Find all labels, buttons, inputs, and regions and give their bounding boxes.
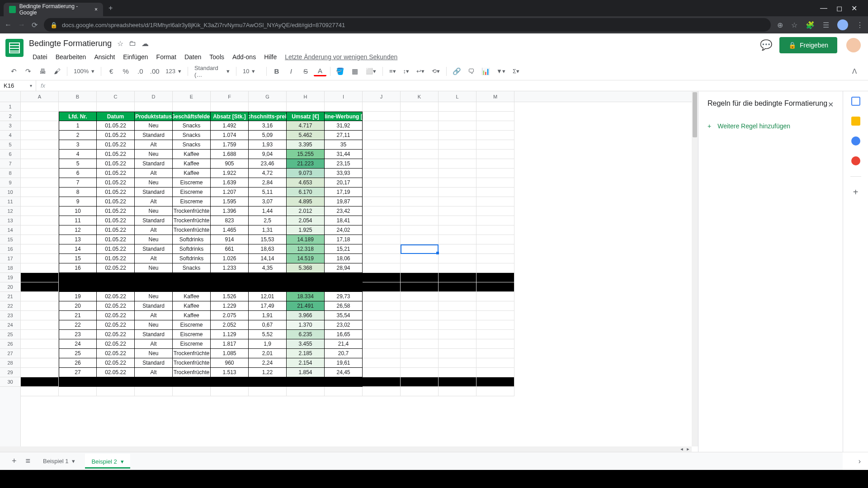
cell[interactable]	[21, 235, 59, 244]
cell[interactable]: 01.05.22	[97, 197, 135, 206]
reload-icon[interactable]: ⟳	[32, 21, 38, 29]
cell[interactable]	[439, 169, 476, 178]
cell[interactable]	[401, 244, 439, 254]
cell[interactable]	[287, 377, 325, 387]
cell[interactable]: 14.519	[287, 254, 325, 263]
account-avatar-icon[interactable]	[846, 38, 861, 52]
cell[interactable]: 960	[211, 358, 249, 368]
cell[interactable]	[439, 263, 476, 273]
cell[interactable]: Alt	[135, 254, 173, 263]
cell[interactable]: 1.595	[211, 197, 249, 206]
menu-hilfe[interactable]: Hilfe	[260, 52, 280, 62]
cell[interactable]	[439, 349, 476, 358]
cell[interactable]: 905	[211, 159, 249, 169]
extensions-icon[interactable]: 🧩	[806, 21, 815, 29]
fill-color-icon[interactable]: 🪣	[334, 65, 347, 78]
cell[interactable]	[401, 102, 439, 112]
cell[interactable]: 12	[59, 225, 97, 235]
cell[interactable]: 3,16	[249, 121, 287, 131]
scroll-left-icon[interactable]: ◄	[679, 447, 684, 451]
cell[interactable]	[363, 131, 401, 140]
contacts-icon[interactable]	[851, 156, 860, 165]
cell[interactable]	[59, 102, 97, 112]
cell[interactable]: 1.817	[211, 339, 249, 349]
sheet-tab-beispiel2[interactable]: Beispiel 2▾	[85, 454, 130, 469]
cell[interactable]	[21, 216, 59, 225]
cell[interactable]	[21, 169, 59, 178]
cell[interactable]: 21.491	[287, 301, 325, 311]
cell[interactable]: Produktstatus	[135, 112, 173, 121]
cell[interactable]: 4.895	[287, 197, 325, 206]
cell[interactable]	[363, 225, 401, 235]
menu-einfuegen[interactable]: Einfügen	[119, 52, 151, 62]
cell[interactable]	[21, 358, 59, 368]
cell[interactable]	[401, 188, 439, 197]
cell[interactable]	[287, 102, 325, 112]
cell[interactable]: Eiscreme	[173, 339, 211, 349]
cell[interactable]: 1	[59, 121, 97, 131]
row-header[interactable]: 1	[0, 102, 20, 112]
cell[interactable]	[173, 102, 211, 112]
cell[interactable]: Trockenfrüchte	[173, 349, 211, 358]
cell[interactable]: 1.492	[211, 121, 249, 131]
cell[interactable]	[21, 339, 59, 349]
cell[interactable]	[476, 377, 514, 387]
cell[interactable]: 01.05.22	[97, 121, 135, 131]
cell[interactable]	[476, 178, 514, 188]
cell[interactable]	[476, 387, 514, 396]
add-sheet-button[interactable]: +	[9, 454, 19, 469]
cell[interactable]: 2.052	[211, 320, 249, 330]
cell[interactable]: 16	[59, 263, 97, 273]
cell[interactable]: 02.05.22	[97, 349, 135, 358]
cell[interactable]: Standard	[135, 244, 173, 254]
cell[interactable]	[173, 377, 211, 387]
cell[interactable]: 21.223	[287, 159, 325, 169]
cell[interactable]: Snacks	[173, 131, 211, 140]
cell[interactable]	[363, 197, 401, 206]
cell[interactable]: Eiscreme	[173, 320, 211, 330]
cell[interactable]: Snacks	[173, 121, 211, 131]
cell[interactable]	[21, 330, 59, 339]
row-header[interactable]: 25	[0, 330, 20, 339]
cell[interactable]	[363, 150, 401, 159]
cell[interactable]	[439, 206, 476, 216]
cell[interactable]	[325, 282, 363, 292]
row-header[interactable]: 24	[0, 320, 20, 330]
cell[interactable]: Umsatz [€]	[287, 112, 325, 121]
row-header[interactable]: 28	[0, 358, 20, 368]
cell[interactable]: 1.925	[287, 225, 325, 235]
cell[interactable]	[363, 292, 401, 301]
cell[interactable]	[476, 206, 514, 216]
calendar-icon[interactable]	[851, 97, 860, 106]
cell[interactable]	[325, 377, 363, 387]
cell[interactable]: 4.653	[287, 178, 325, 188]
cell[interactable]: Kaffee	[173, 292, 211, 301]
cell[interactable]: 01.05.22	[97, 140, 135, 150]
row-header[interactable]: 18	[0, 263, 20, 273]
cell[interactable]	[97, 282, 135, 292]
cell[interactable]	[439, 311, 476, 320]
text-color-icon[interactable]: A	[314, 66, 326, 76]
cell[interactable]	[401, 150, 439, 159]
cell[interactable]	[363, 377, 401, 387]
cell[interactable]: Kaffee	[173, 159, 211, 169]
row-header[interactable]: 8	[0, 169, 20, 178]
cell[interactable]	[401, 197, 439, 206]
cell[interactable]: 02.05.22	[97, 339, 135, 349]
cell[interactable]	[401, 292, 439, 301]
cell[interactable]	[363, 178, 401, 188]
add-rule-button[interactable]: + Weitere Regel hinzufügen	[698, 116, 843, 136]
cell[interactable]: 3.455	[287, 339, 325, 349]
cell[interactable]: 21,4	[325, 339, 363, 349]
side-panel-collapse[interactable]: ›	[843, 452, 868, 470]
cell[interactable]	[476, 225, 514, 235]
cell[interactable]	[401, 131, 439, 140]
cell[interactable]	[363, 301, 401, 311]
cell[interactable]	[59, 387, 97, 396]
cell[interactable]: Standard	[135, 159, 173, 169]
cell[interactable]	[21, 263, 59, 273]
more-formats-select[interactable]: 123▾	[163, 68, 184, 75]
cell[interactable]	[476, 159, 514, 169]
cell[interactable]: 33,93	[325, 169, 363, 178]
cell[interactable]	[21, 159, 59, 169]
